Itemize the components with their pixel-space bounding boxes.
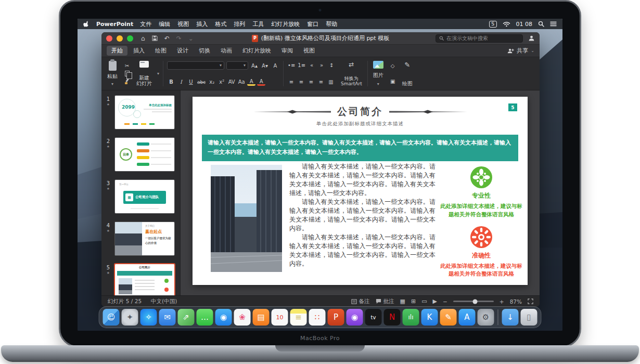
normal-view-button[interactable]: ▦ xyxy=(400,298,405,305)
spotlight-search-icon[interactable] xyxy=(538,21,544,27)
slide-thumbnail-1[interactable]: 1 ★ 2099 单击此处添加标题 xyxy=(103,96,177,129)
dock-launchpad-icon[interactable]: ✦ xyxy=(122,309,138,326)
dock-photos-icon[interactable]: ❀ xyxy=(234,309,251,326)
share-button[interactable]: 共享 ⌄ xyxy=(507,47,534,55)
menu-item-帮助[interactable]: 帮助 xyxy=(326,20,337,28)
format-button-5[interactable]: x² xyxy=(217,78,226,86)
cut-icon[interactable]: ✂ xyxy=(123,62,131,70)
dock-messages-icon[interactable]: … xyxy=(197,309,213,326)
zoom-percentage[interactable]: 87% xyxy=(510,298,522,305)
thumbnail-preview[interactable]: 第一部分 ▦ 公司简介与团队 xyxy=(115,180,174,213)
thumbnail-preview[interactable]: 关于我们 赢在起点 一切以客户需求为核心的价值 xyxy=(115,222,174,255)
menubar-clock[interactable]: 01 08 xyxy=(516,21,533,28)
slide-thumbnail-2[interactable]: 2 ★ 目录 xyxy=(103,138,177,171)
zoom-slider[interactable] xyxy=(453,301,494,302)
account-icon[interactable] xyxy=(528,35,535,42)
decrease-font-size-button[interactable]: A▾ xyxy=(261,62,269,70)
dock-numbers-chart-icon[interactable]: ılı xyxy=(403,309,419,326)
format-button-3[interactable]: abc xyxy=(197,78,206,86)
close-button[interactable] xyxy=(106,35,112,42)
dock-finder-icon[interactable]: ☺ xyxy=(103,309,120,326)
format-button-1[interactable]: I xyxy=(177,78,185,86)
dock-maps-icon[interactable]: ⇗ xyxy=(178,309,195,326)
slide-thumbnail-3[interactable]: 3 ★ 第一部分 ▦ 公司简介与团队 xyxy=(103,180,177,213)
align-button-1[interactable]: ≡ xyxy=(297,78,305,86)
tab-设计[interactable]: 设计 xyxy=(172,46,193,56)
align-button-4[interactable]: ▥ xyxy=(327,78,335,86)
apple-menu-icon[interactable] xyxy=(83,20,89,28)
paste-button[interactable]: 粘贴 ▾ xyxy=(106,60,119,87)
slide-title-block[interactable]: 公司简介 单击此处添加副标题或详细文本描述 xyxy=(193,105,528,127)
fullscreen-button[interactable] xyxy=(127,35,133,42)
feature-professional[interactable]: 专业性 此处添加详细文本描述，建议与标题相关并符合整体语言风格 xyxy=(440,166,523,219)
dock-books-icon[interactable]: ▤ xyxy=(253,309,270,326)
format-button-8[interactable]: A xyxy=(247,78,255,86)
dock-facetime-icon[interactable]: ◉ xyxy=(215,309,232,326)
dock-reminders-icon[interactable]: ∷ xyxy=(309,309,326,326)
current-slide[interactable]: 5 公司简介 xyxy=(193,97,528,285)
menu-item-格式[interactable]: 格式 xyxy=(215,20,226,28)
notification-center-icon[interactable] xyxy=(550,21,557,27)
notes-toggle[interactable]: 备注 xyxy=(351,298,370,305)
tab-开始[interactable]: 开始 xyxy=(107,46,127,56)
dock-pages-icon[interactable]: ✎ xyxy=(440,309,457,326)
convert-to-smartart-button[interactable]: ⇄ 转换为SmartArt xyxy=(339,60,364,87)
slide-paragraph[interactable]: 请输入有关文本描述，请输入一些文本内容。请输入有关文本描述，请输入一些文本内容。… xyxy=(289,162,436,198)
input-source-icon[interactable]: S xyxy=(489,21,497,28)
thumbnail-preview[interactable]: 2099 单击此处添加标题 xyxy=(115,96,174,129)
slide-title[interactable]: 公司简介 xyxy=(337,105,383,119)
slide-subtitle[interactable]: 单击此处添加副标题或详细文本描述 xyxy=(316,121,404,127)
format-button-9[interactable]: A xyxy=(257,78,265,86)
thumbnail-preview[interactable]: 目录 xyxy=(115,138,174,171)
paragraph-button-1[interactable]: 1≡ xyxy=(297,61,306,69)
search-input[interactable] xyxy=(446,35,519,41)
paragraph-button-0[interactable]: •≡ xyxy=(287,61,296,69)
dock-apple-tv-icon[interactable]: tv xyxy=(365,309,382,326)
slide-paragraph[interactable]: 请输入有关文本描述，请输入一些文本内容。请输入有关文本描述，请输入一些文本内容。… xyxy=(289,233,436,268)
menu-item-幻灯片放映[interactable]: 幻灯片放映 xyxy=(271,20,300,28)
clear-formatting-button[interactable]: A xyxy=(271,62,279,70)
new-slide-button[interactable]: 新建幻灯片 xyxy=(135,60,153,87)
redo-icon[interactable]: ↷ xyxy=(176,35,182,42)
increase-font-size-button[interactable]: A▴ xyxy=(250,62,259,70)
slide-body-text[interactable]: 请输入有关文本描述，请输入一些文本内容。请输入有关文本描述，请输入一些文本内容。… xyxy=(289,162,436,268)
slide-paragraph[interactable]: 请输入有关文本描述，请输入一些文本内容。请输入有关文本描述，请输入一些文本内容。… xyxy=(289,198,436,233)
dock-downloads-icon[interactable]: ↓ xyxy=(502,309,519,326)
undo-icon[interactable]: ↶ xyxy=(164,35,170,42)
dock-powerpoint-icon[interactable]: P xyxy=(328,309,344,326)
dock-app-store-icon[interactable]: A xyxy=(459,309,476,326)
zoom-slider-knob[interactable] xyxy=(472,299,477,304)
home-icon[interactable]: ⌂ xyxy=(141,35,145,42)
tab-切换[interactable]: 切换 xyxy=(194,46,215,56)
dock-trash-icon[interactable]: ▯ xyxy=(521,309,537,326)
menubar-app-name[interactable]: PowerPoint xyxy=(96,21,133,28)
dock-calendar-icon[interactable]: 10 xyxy=(272,309,288,326)
save-icon[interactable] xyxy=(152,35,158,41)
slide-thumbnail-5-selected[interactable]: 5 ★ 公司简介 xyxy=(103,264,177,295)
slide-thumbnail-4[interactable]: 4 ★ 关于我们 赢在起点 一切以客户需求为核心的价值 xyxy=(103,222,177,255)
dock-netflix-icon[interactable]: N xyxy=(384,309,401,326)
language-indicator[interactable]: 中文(中国) xyxy=(151,298,177,305)
slideshow-button[interactable]: ▶ xyxy=(433,298,437,305)
zoom-in-button[interactable]: + xyxy=(500,298,504,305)
tab-审阅[interactable]: 审阅 xyxy=(277,46,298,56)
tab-插入[interactable]: 插入 xyxy=(129,46,149,56)
chevron-down-icon[interactable]: ▾ xyxy=(157,72,159,76)
draw-button[interactable]: ✎ 绘图 xyxy=(401,60,414,87)
tab-动画[interactable]: 动画 xyxy=(216,46,237,56)
paragraph-button-4[interactable]: ↕ xyxy=(327,61,336,69)
document-search-field[interactable] xyxy=(436,34,523,43)
feature-accuracy[interactable]: 准确性 此处添加详细文本描述，建议与标题相关并符合整体语言风格 xyxy=(440,226,523,279)
format-button-7[interactable]: Aa xyxy=(237,78,246,86)
customize-toolbar-icon[interactable]: ⌄ xyxy=(188,35,194,42)
align-button-2[interactable]: ≡ xyxy=(307,78,315,86)
menu-item-视图[interactable]: 视图 xyxy=(177,20,189,28)
insert-picture-button[interactable]: 图片 ▾ xyxy=(372,60,385,87)
menu-item-工具[interactable]: 工具 xyxy=(252,20,264,28)
format-button-6[interactable]: AV xyxy=(227,78,236,86)
format-button-4[interactable]: x₂ xyxy=(208,78,216,86)
dock-notes-icon[interactable]: ≡ xyxy=(290,309,307,326)
menu-item-插入[interactable]: 插入 xyxy=(196,20,208,28)
dock-mail-icon[interactable]: ✉ xyxy=(159,309,176,326)
fit-slide-to-window-button[interactable] xyxy=(528,298,533,304)
